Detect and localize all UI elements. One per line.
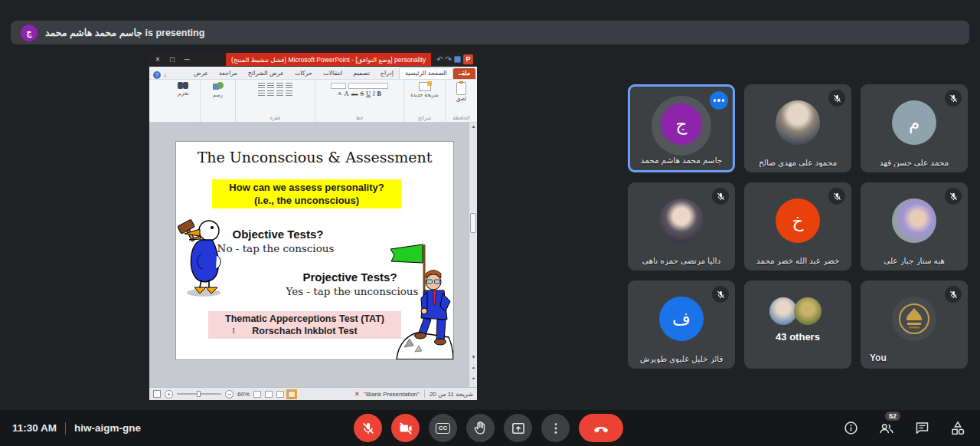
align-center-button[interactable] — [276, 90, 283, 97]
activities-button[interactable] — [949, 420, 966, 437]
reading-view-icon[interactable] — [253, 391, 261, 398]
undo-icon[interactable]: ↶ — [436, 55, 443, 64]
participant-tile[interactable]: داليا مرتضى حمزه ناهي — [628, 182, 735, 271]
participant-name: داليا مرتضى حمزه ناهي — [628, 256, 735, 265]
more-options-badge[interactable] — [710, 91, 728, 110]
raise-hand-button[interactable] — [466, 414, 495, 442]
collapse-ribbon-icon[interactable]: ▵ — [164, 72, 167, 78]
mic-off-icon — [828, 90, 845, 107]
underline-button[interactable]: U — [366, 90, 371, 97]
bullets-button[interactable] — [286, 83, 292, 89]
spellcheck-icon[interactable]: × — [355, 390, 359, 398]
numbering-button[interactable] — [276, 83, 283, 89]
find-icon — [178, 82, 188, 90]
indent-button[interactable] — [267, 83, 274, 89]
tab-design[interactable]: تصميم — [348, 68, 375, 79]
present-button[interactable] — [504, 414, 532, 442]
ribbon-group-slides: شريحة جديدة شرائح — [403, 80, 445, 122]
camera-toggle-button[interactable] — [391, 414, 420, 442]
grow-font-button[interactable]: A — [344, 90, 349, 97]
drawing-button[interactable]: رسم — [213, 82, 224, 98]
font-size-combobox[interactable] — [331, 83, 346, 89]
tab-home[interactable]: الصفحة الرئيسية — [399, 67, 453, 79]
participant-tile[interactable]: هبه ستار جبار علي — [861, 182, 968, 271]
overflow-participants-tile[interactable]: 43 others — [744, 280, 851, 369]
mic-toggle-button[interactable] — [354, 414, 382, 442]
slide-scrollbar[interactable]: ▲ ▼ ⏶ ⏷ — [469, 123, 477, 387]
line-spacing-button[interactable] — [258, 83, 265, 89]
slide[interactable]: The Unconscious & Assessment How can we … — [176, 142, 453, 359]
scroll-up-icon[interactable]: ▲ — [470, 123, 477, 130]
justify-button[interactable] — [258, 90, 265, 97]
shrink-font-button[interactable]: A — [338, 90, 341, 97]
redo-icon[interactable]: ↷ — [446, 55, 452, 64]
overflow-avatar — [769, 297, 797, 325]
ppt-window-title: personality [وضع التوافق] - Microsoft Po… — [226, 53, 431, 66]
meeting-details-button[interactable] — [843, 420, 859, 436]
paste-icon — [456, 82, 466, 95]
tab-view[interactable]: عرض — [188, 68, 214, 79]
participant-avatar: م — [892, 100, 936, 145]
zoom-in-button[interactable]: + — [165, 390, 173, 398]
ribbon-group-clipboard: لصق الحافظة — [445, 80, 477, 122]
tab-animations[interactable]: حركات — [289, 68, 318, 79]
ribbon-group-font: B I U S abc A A خط — [315, 80, 403, 122]
minimize-icon[interactable]: ─ — [182, 52, 191, 67]
align-left-button[interactable] — [267, 90, 274, 97]
strikethrough-button[interactable]: S — [361, 90, 364, 97]
bold-button[interactable]: B — [377, 90, 381, 97]
ppt-ribbon-tabs: ملف الصفحة الرئيسية إدراج تصميم انتقالات… — [149, 67, 477, 80]
ppt-title-bar: × □ ─ personality [وضع التوافق] - Micros… — [149, 52, 477, 67]
ribbon-group-editing: تحرير — [166, 80, 200, 122]
normal-view-icon[interactable] — [288, 391, 296, 398]
close-icon[interactable]: × — [153, 52, 162, 67]
tab-file[interactable]: ملف — [453, 68, 475, 79]
tab-insert[interactable]: إدراج — [375, 68, 399, 79]
meet-bottom-bar: 11:30 AM hiw-aigm-gne CC 52 — [0, 410, 980, 446]
help-icon[interactable]: ? — [153, 71, 161, 79]
clear-formatting-button[interactable]: abc — [351, 90, 358, 97]
italic-button[interactable]: I — [373, 90, 375, 97]
maximize-icon[interactable]: □ — [168, 52, 177, 67]
sorter-view-icon[interactable] — [276, 391, 284, 398]
new-slide-button[interactable]: شريحة جديدة — [410, 82, 438, 98]
group-label-slides: شرائح — [418, 115, 431, 121]
chat-button[interactable] — [914, 420, 930, 436]
participant-tile[interactable]: ف فائز خليل عليوي طويرش — [628, 280, 735, 369]
fit-to-window-icon[interactable] — [153, 390, 161, 398]
participants-button[interactable]: 52 — [878, 420, 895, 437]
participant-tile[interactable]: محمود علي مهدي صالح — [744, 84, 851, 172]
self-avatar-logo — [892, 297, 936, 341]
more-options-button[interactable] — [541, 414, 570, 442]
zoom-slider[interactable] — [177, 393, 221, 395]
tab-review[interactable]: مراجعة — [214, 68, 243, 79]
scrollbar-thumb[interactable] — [470, 213, 476, 233]
group-label-font: خط — [355, 115, 363, 121]
captions-button[interactable]: CC — [429, 414, 457, 442]
meeting-code: hiw-aigm-gne — [74, 422, 141, 434]
next-slide-icon[interactable]: ⏷ — [470, 375, 477, 382]
ppt-status-bar: + − 60% × "Blank Presentation" شريحة 11 … — [149, 387, 477, 400]
self-tile[interactable]: You — [861, 280, 968, 369]
speaking-ring: ج — [652, 96, 711, 156]
participant-tile[interactable]: خ خضر عبد الله خضر محمد — [744, 182, 851, 271]
align-right-button[interactable] — [286, 90, 292, 97]
tab-transitions[interactable]: انتقالات — [318, 68, 348, 79]
editing-button[interactable]: تحرير — [178, 82, 189, 97]
zoom-slider-thumb[interactable] — [197, 391, 201, 397]
font-name-combobox[interactable] — [348, 83, 388, 89]
slideshow-view-icon[interactable] — [265, 391, 273, 398]
participant-tile[interactable]: م محمد علي حسن فهد — [861, 84, 968, 172]
previous-slide-icon[interactable]: ⏶ — [470, 365, 477, 372]
scroll-down-icon[interactable]: ▼ — [470, 354, 477, 361]
save-icon[interactable] — [454, 56, 461, 63]
leave-call-button[interactable] — [579, 414, 623, 442]
paste-button[interactable]: لصق — [456, 82, 466, 102]
mic-off-icon — [945, 188, 962, 205]
participant-tile-active[interactable]: ج جاسم محمد هاشم محمد — [628, 84, 735, 172]
presenting-banner: ج جاسم محمد هاشم محمد is presenting — [11, 21, 969, 44]
tab-slideshow[interactable]: عرض الشرائح — [243, 68, 289, 79]
zoom-out-button[interactable]: − — [225, 390, 234, 398]
ribbon-group-paragraph: فقرة — [235, 80, 315, 122]
logo-emblem — [897, 302, 931, 336]
